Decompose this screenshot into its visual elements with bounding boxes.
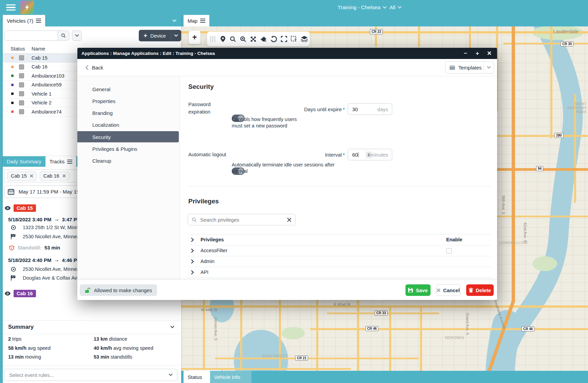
save-button[interactable]: Save xyxy=(405,284,431,296)
privilege-row[interactable]: AccessFilter xyxy=(188,245,492,256)
trip-end-row[interactable]: Douglas Ave & Colfax Ave xyxy=(11,275,80,281)
vehicle-icon xyxy=(19,91,24,96)
nav-item-privileges-plugins[interactable]: Privileges & Plugins xyxy=(92,146,137,152)
trip-end-row[interactable]: 2530 Nicollet Ave, Minnea xyxy=(11,234,79,239)
map-tab-menu-icon[interactable] xyxy=(200,18,205,24)
app-logo[interactable] xyxy=(20,1,34,14)
templates-button[interactable]: Templates xyxy=(445,65,483,70)
vehicle-badge[interactable]: Cab 16 xyxy=(14,290,36,297)
delete-button[interactable]: Delete xyxy=(466,284,494,296)
tab-map[interactable]: Map xyxy=(184,15,209,26)
nav-item-security[interactable]: Security xyxy=(92,134,111,140)
vehicle-search-options-button[interactable] xyxy=(72,31,82,41)
vehicle-chip[interactable]: Cab 15 xyxy=(7,172,37,181)
add-device-button-group: + Device xyxy=(139,30,181,41)
fit-bounds-icon[interactable] xyxy=(249,35,258,43)
account-dropdown[interactable]: Training - Chelsea xyxy=(338,0,387,15)
maximize-icon[interactable]: + xyxy=(474,50,481,57)
password-expiration-helper: Controls how frequently users must set a… xyxy=(232,116,306,129)
drag-handle-icon[interactable] xyxy=(208,35,217,43)
privilege-row[interactable]: Admin xyxy=(188,256,492,267)
vehicle-name: Cab 15 xyxy=(32,55,48,61)
remove-chip-icon[interactable] xyxy=(62,174,66,178)
clear-search-icon[interactable] xyxy=(287,218,291,222)
remove-chip-icon[interactable] xyxy=(30,174,33,178)
back-button[interactable]: Back xyxy=(86,63,103,72)
summary-stat: 53 min standstills xyxy=(94,354,132,360)
trip-start-address: 2530 Nicollet Ave, Minnea xyxy=(23,266,79,272)
map-pin-icon[interactable] xyxy=(218,35,228,43)
map-label: E 42nd St xyxy=(334,302,350,306)
visibility-eye-icon[interactable] xyxy=(5,206,11,210)
tab-daily-summary[interactable]: Daily Summary xyxy=(3,156,45,167)
tab-tracks[interactable]: Tracks xyxy=(45,156,76,167)
select-region-icon[interactable]: ? xyxy=(289,35,299,43)
chevron-down-icon xyxy=(487,66,491,69)
dialog-titlebar[interactable]: Applications : Manage Applications : Edi… xyxy=(77,48,497,59)
undo-rotate-icon[interactable] xyxy=(269,35,279,43)
trip-start-row[interactable]: 1323 25th 1/2 St W, Minn xyxy=(11,225,78,230)
nav-item-localization[interactable]: Localization xyxy=(92,122,119,128)
tracks-tab-menu-icon[interactable] xyxy=(67,159,72,165)
standstill-row[interactable]: z Standstill: 53 min xyxy=(9,245,60,250)
zoom-to-icon[interactable] xyxy=(239,35,248,43)
vehicle-search-button[interactable] xyxy=(58,31,69,41)
vehicle-badge[interactable]: Cab 15 xyxy=(14,204,36,212)
tab-vehicle-info[interactable]: Vehicle info xyxy=(210,371,251,383)
nav-item-branding[interactable]: Branding xyxy=(92,110,113,116)
tab-vehicles[interactable]: Vehicles (7) xyxy=(3,15,45,26)
trip-time-range[interactable]: 5/18/2022 4:40 PM → 4:46 PM xyxy=(8,257,81,263)
status-column-header[interactable]: Status xyxy=(11,46,25,52)
nav-item-properties[interactable]: Properties xyxy=(92,98,115,104)
minimize-icon[interactable]: − xyxy=(462,50,469,57)
map-label: 42nd Ave. S xyxy=(523,222,527,242)
eraser-icon[interactable] xyxy=(259,35,268,43)
chevron-right-icon[interactable] xyxy=(191,238,194,242)
map-label: Lauderdale xyxy=(553,28,578,34)
nav-item-general[interactable]: General xyxy=(92,86,110,92)
fullscreen-icon[interactable] xyxy=(279,35,289,43)
vehicles-tab-menu-icon[interactable] xyxy=(36,18,41,24)
add-device-options-button[interactable] xyxy=(171,30,181,41)
vehicle-name: Vehicle 2 xyxy=(32,100,52,105)
main-menu-icon[interactable] xyxy=(6,3,16,12)
tab-status[interactable]: Status xyxy=(184,371,210,383)
trip-end-address: 2530 Nicollet Ave, Minnea xyxy=(23,234,79,239)
close-icon[interactable]: ✕ xyxy=(486,50,493,57)
privilege-row[interactable]: API xyxy=(188,267,492,278)
scope-dropdown[interactable]: All xyxy=(390,0,402,15)
templates-options-button[interactable] xyxy=(484,62,494,73)
days-value: 30 xyxy=(352,106,358,112)
collapse-panel-icon[interactable] xyxy=(172,19,176,22)
automatic-logout-label: Automatic logout xyxy=(188,152,226,157)
road-shield: 94 xyxy=(536,166,543,171)
vehicle-chip[interactable]: Cab 16 xyxy=(40,172,70,181)
chevron-right-icon[interactable] xyxy=(191,270,194,275)
enable-checkbox[interactable] xyxy=(446,248,452,254)
vehicle-search-input[interactable] xyxy=(4,31,58,41)
save-icon xyxy=(408,288,413,293)
dialog-footer: Allowed to make changes Save Cancel Dele… xyxy=(77,280,497,300)
standstill-clock-icon: z xyxy=(9,245,15,250)
nav-item-cleanup[interactable]: Cleanup xyxy=(92,158,111,164)
days-until-expire-input[interactable]: 30 days xyxy=(348,103,392,115)
privileges-search-input[interactable] xyxy=(200,217,284,223)
add-device-button[interactable]: + Device xyxy=(139,30,171,41)
event-rules-select[interactable]: Select event rules... xyxy=(4,369,177,381)
cancel-button[interactable]: Cancel xyxy=(436,284,460,296)
name-column-header[interactable]: Name xyxy=(32,46,45,52)
finish-flag-icon xyxy=(11,234,16,239)
topbar: Training - Chelsea All xyxy=(0,0,588,15)
days-until-expire-label: Days until expire* xyxy=(261,106,345,112)
interval-input[interactable]: 60 minutes xyxy=(348,149,392,160)
search-area-icon[interactable] xyxy=(228,35,238,43)
layers-icon[interactable] xyxy=(300,35,309,43)
status-dot xyxy=(11,84,14,86)
visibility-eye-icon[interactable] xyxy=(5,291,11,296)
chevron-right-icon[interactable] xyxy=(191,259,194,264)
trip-time-range[interactable]: 5/18/2022 3:40 PM → 3:47 PM xyxy=(8,216,81,223)
trip-start-row[interactable]: 2530 Nicollet Ave, Minnea xyxy=(11,266,79,272)
chevron-right-icon[interactable] xyxy=(191,248,194,253)
collapse-summary-icon[interactable] xyxy=(170,326,174,328)
map-zoom-in-button[interactable]: + xyxy=(189,31,201,44)
